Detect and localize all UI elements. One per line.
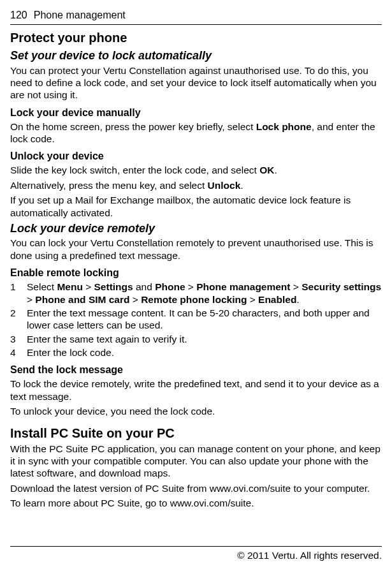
list-text: Enter the lock code. [27, 346, 114, 358]
text: . [240, 180, 243, 191]
menu-path-item: Phone management [196, 281, 290, 292]
text: Slide the key lock switch, enter the loc… [10, 165, 259, 175]
list-number: 3 [10, 333, 19, 345]
heading-unlock: Unlock your device [10, 150, 382, 163]
menu-path-item: Enabled [258, 294, 296, 305]
menu-path-item: Phone [155, 281, 185, 292]
paragraph: To learn more about PC Suite, go to www.… [10, 497, 382, 509]
list-text: Enter the text message content. It can b… [27, 307, 382, 332]
list-number: 1 [10, 281, 19, 306]
heading-remote: Lock your device remotely [10, 221, 382, 236]
running-header: 120 Phone management [10, 9, 382, 22]
text: > [27, 294, 35, 305]
menu-path-item: Lock phone [256, 121, 312, 132]
paragraph: To lock the device remotely, write the p… [10, 378, 382, 403]
list-text: Select Menu > Settings and Phone > Phone… [27, 281, 382, 306]
heading-protect: Protect your phone [10, 30, 382, 46]
menu-path-item: Menu [57, 281, 82, 292]
menu-path-item: OK [259, 165, 274, 175]
list-text: Enter the same text again to verify it. [27, 333, 187, 345]
text: . [274, 165, 277, 175]
section-title: Phone management [34, 9, 126, 22]
paragraph: To unlock your device, you need the lock… [10, 405, 382, 417]
paragraph: Download the latest version of PC Suite … [10, 482, 382, 494]
paragraph: Alternatively, press the menu key, and s… [10, 179, 382, 191]
heading-auto-lock: Set your device to lock automatically [10, 48, 382, 63]
heading-lock-manually: Lock your device manually [10, 107, 382, 119]
paragraph: You can lock your Vertu Constellation re… [10, 237, 382, 262]
paragraph: On the home screen, press the power key … [10, 121, 382, 145]
menu-path-item: Security settings [301, 281, 381, 292]
footer-area: © 2011 Vertu. All rights reserved. [10, 537, 382, 561]
text: > [185, 281, 197, 292]
text: > [83, 281, 94, 292]
list-item: 4 Enter the lock code. [10, 346, 382, 358]
list-item: 3 Enter the same text again to verify it… [10, 333, 382, 345]
list-number: 2 [10, 307, 19, 332]
list-number: 4 [10, 346, 19, 358]
text: > [291, 281, 302, 292]
text: > [247, 294, 258, 305]
heading-pc-suite: Install PC Suite on your PC [10, 425, 382, 441]
text: and [133, 281, 155, 292]
text: > [130, 294, 142, 305]
text: On the home screen, press the power key … [10, 121, 256, 132]
heading-send-lock: Send the lock message [10, 364, 382, 376]
paragraph: With the PC Suite PC application, you ca… [10, 443, 382, 480]
paragraph: If you set up a Mail for Exchange mailbo… [10, 194, 382, 219]
text: . [296, 294, 299, 305]
text: Alternatively, press the menu key, and s… [10, 180, 208, 191]
ordered-list: 1 Select Menu > Settings and Phone > Pho… [10, 281, 382, 358]
copyright: © 2011 Vertu. All rights reserved. [10, 549, 382, 561]
list-item: 2 Enter the text message content. It can… [10, 307, 382, 332]
heading-enable-remote: Enable remote locking [10, 267, 382, 279]
document-page: 120 Phone management Protect your phone … [0, 0, 392, 569]
paragraph: You can protect your Vertu Constellation… [10, 64, 382, 101]
header-rule [10, 24, 382, 25]
text: Select [27, 281, 57, 292]
menu-path-item: Remote phone locking [141, 294, 247, 305]
paragraph: Slide the key lock switch, enter the loc… [10, 164, 382, 176]
page-number: 120 [10, 9, 27, 22]
menu-path-item: Phone and SIM card [35, 294, 129, 305]
menu-path-item: Settings [94, 281, 133, 292]
footer-rule [10, 546, 382, 547]
menu-path-item: Unlock [208, 180, 241, 191]
list-item: 1 Select Menu > Settings and Phone > Pho… [10, 281, 382, 306]
